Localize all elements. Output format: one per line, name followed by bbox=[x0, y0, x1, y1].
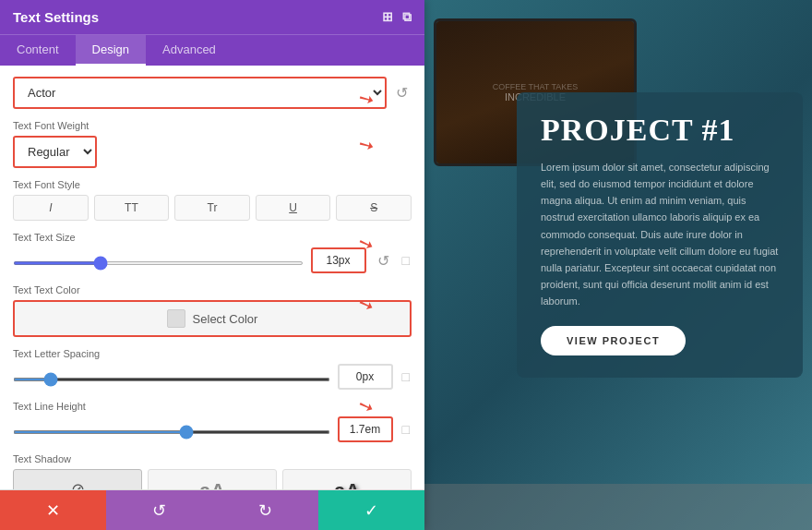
tab-advanced[interactable]: Advanced bbox=[146, 35, 233, 66]
bottom-strip bbox=[424, 484, 812, 530]
letter-spacing-slider-container bbox=[13, 368, 330, 385]
color-swatch bbox=[167, 309, 185, 328]
font-family-reset[interactable]: ↺ bbox=[392, 82, 412, 103]
letter-spacing-input[interactable] bbox=[338, 364, 393, 390]
text-color-group: Text Text Color Select Color bbox=[13, 284, 412, 337]
letter-spacing-device-icon[interactable]: □ bbox=[400, 367, 412, 386]
font-style-label: Text Font Style bbox=[13, 179, 412, 190]
line-height-group: Text Line Height □ bbox=[13, 401, 412, 442]
font-weight-label: Text Font Weight bbox=[13, 120, 412, 131]
letter-spacing-slider[interactable] bbox=[13, 378, 330, 381]
text-size-group: Text Text Size ↺ □ bbox=[13, 232, 412, 273]
font-style-group: Text Font Style I TT Tr U S bbox=[13, 179, 412, 221]
text-color-label: Text Text Color bbox=[13, 284, 412, 295]
text-size-row: ↺ □ bbox=[13, 247, 412, 273]
settings-icon[interactable]: ⧉ bbox=[402, 9, 412, 25]
line-height-slider[interactable] bbox=[13, 430, 330, 434]
capitalize-btn[interactable]: Tr bbox=[174, 195, 250, 221]
letter-spacing-label: Text Letter Spacing bbox=[13, 348, 412, 359]
panel-body: Actor Arial Georgia Roboto ↺ Text Font W… bbox=[0, 66, 424, 489]
line-height-slider-container bbox=[13, 421, 330, 438]
underline-btn[interactable]: U bbox=[256, 195, 331, 221]
line-height-input[interactable] bbox=[338, 416, 393, 442]
font-family-group: Actor Arial Georgia Roboto ↺ bbox=[13, 77, 412, 109]
view-project-button[interactable]: VIEW PROJECT bbox=[541, 326, 686, 355]
text-size-device-icon[interactable]: □ bbox=[400, 251, 412, 270]
strikethrough-btn[interactable]: S bbox=[336, 195, 412, 221]
letter-spacing-row: □ bbox=[13, 364, 412, 390]
panel-tabs: Content Design Advanced bbox=[0, 34, 424, 66]
font-weight-select[interactable]: Regular Bold Light Medium bbox=[13, 136, 97, 168]
panel-footer: ✕ ↺ ↻ ✓ bbox=[0, 489, 424, 530]
project-description: Lorem ipsum dolor sit amet, consectetur … bbox=[541, 159, 779, 309]
text-size-slider[interactable] bbox=[13, 261, 304, 265]
undo-button[interactable]: ↺ bbox=[106, 490, 212, 530]
shadow-options: ⊘ aA aA bbox=[13, 469, 412, 489]
shadow-light[interactable]: aA bbox=[148, 469, 277, 489]
letter-spacing-group: Text Letter Spacing □ bbox=[13, 348, 412, 390]
text-size-label: Text Text Size bbox=[13, 232, 412, 243]
right-background: COFFEE THAT TAKESINCREDIBLE Project #1 L… bbox=[424, 0, 812, 530]
font-style-buttons: I TT Tr U S bbox=[13, 195, 412, 221]
tab-design[interactable]: Design bbox=[76, 35, 146, 66]
line-height-label: Text Line Height bbox=[13, 401, 412, 412]
save-button[interactable]: ✓ bbox=[318, 490, 424, 530]
font-family-select[interactable]: Actor Arial Georgia Roboto bbox=[13, 77, 387, 109]
line-height-device-icon[interactable]: □ bbox=[400, 420, 412, 439]
text-shadow-group: Text Shadow ⊘ aA aA bbox=[13, 453, 412, 489]
line-height-row: □ bbox=[13, 416, 412, 442]
text-settings-panel: Text Settings ⊞ ⧉ Content Design Advance… bbox=[0, 0, 424, 530]
project-title: Project #1 bbox=[541, 113, 779, 148]
text-size-input[interactable] bbox=[311, 247, 366, 273]
panel-header: Text Settings ⊞ ⧉ bbox=[0, 0, 424, 34]
cancel-button[interactable]: ✕ bbox=[0, 490, 106, 530]
tab-content[interactable]: Content bbox=[0, 35, 76, 66]
font-weight-group: Text Font Weight Regular Bold Light Medi… bbox=[13, 120, 412, 168]
text-size-slider-container bbox=[13, 252, 304, 269]
shadow-dark[interactable]: aA bbox=[282, 469, 412, 489]
right-panel: COFFEE THAT TAKESINCREDIBLE Project #1 L… bbox=[424, 0, 812, 530]
panel-title: Text Settings bbox=[13, 9, 99, 25]
italic-btn[interactable]: I bbox=[13, 195, 89, 221]
redo-button[interactable]: ↻ bbox=[212, 490, 318, 530]
panel-header-icons: ⊞ ⧉ bbox=[382, 9, 412, 25]
text-size-reset[interactable]: ↺ bbox=[374, 250, 393, 271]
color-select-label: Select Color bbox=[193, 312, 258, 326]
content-card: Project #1 Lorem ipsum dolor sit amet, c… bbox=[517, 92, 803, 378]
color-select-button[interactable]: Select Color bbox=[13, 300, 412, 337]
expand-icon[interactable]: ⊞ bbox=[382, 9, 393, 25]
uppercase-btn[interactable]: TT bbox=[94, 195, 170, 221]
shadow-none[interactable]: ⊘ bbox=[13, 469, 142, 489]
text-shadow-label: Text Shadow bbox=[13, 453, 412, 464]
